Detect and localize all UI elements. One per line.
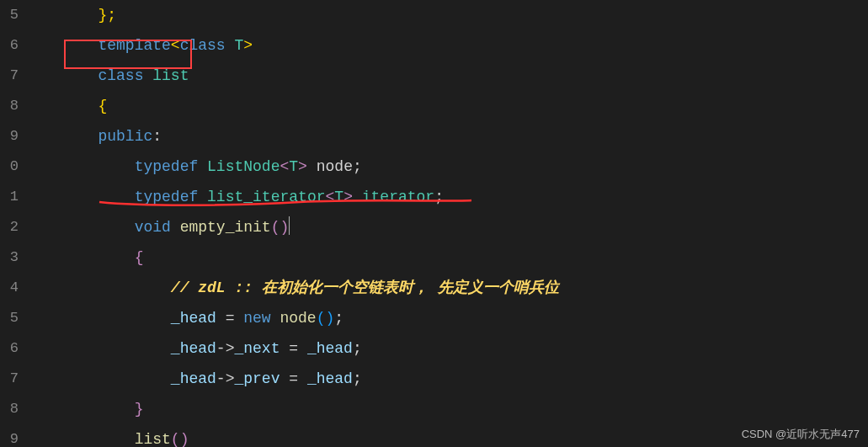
line-number: 9 [0,424,19,447]
code-line[interactable]: } [25,394,868,424]
line-number: 7 [0,364,19,394]
line-number: 1 [0,182,19,212]
code-line[interactable]: { [25,242,868,273]
line-number: 8 [0,91,19,121]
code-line[interactable]: typedef list_iterator<T> iterator; [25,182,868,212]
code-line[interactable]: public: [25,121,868,152]
line-number: 5 [0,303,19,333]
code-line[interactable]: { [25,91,868,121]
code-line[interactable]: void empty_init() [25,212,868,242]
line-number: 9 [0,121,19,152]
watermark: CSDN @近听水无声477 [742,427,860,442]
line-number: 5 [0,0,19,30]
code-line[interactable]: _head->_prev = _head; [25,364,868,394]
code-line[interactable]: _head = new node(); [25,303,868,333]
code-line[interactable]: }; [25,0,868,30]
line-number: 8 [0,394,19,424]
line-gutter: 5 6 7 8 9 0 1 2 3 4 5 6 7 8 9 0 1 [0,0,25,447]
code-line[interactable]: class list [25,61,868,91]
code-editor: 5 6 7 8 9 0 1 2 3 4 5 6 7 8 9 0 1 }; tem… [0,0,868,447]
text-cursor [289,216,290,235]
line-number: 6 [0,30,19,61]
line-number: 3 [0,242,19,273]
line-number: 0 [0,152,19,182]
code-line[interactable]: _head->_next = _head; [25,333,868,364]
line-number: 2 [0,212,19,242]
code-line[interactable]: template<class T> [25,30,868,61]
code-line[interactable]: typedef ListNode<T> node; [25,152,868,182]
line-number: 7 [0,61,19,91]
code-line[interactable]: // zdL :: 在初始化一个空链表时， 先定义一个哨兵位 [25,273,868,303]
line-number: 4 [0,273,19,303]
code-content[interactable]: }; template<class T> class list { public… [25,0,868,447]
line-number: 6 [0,333,19,364]
